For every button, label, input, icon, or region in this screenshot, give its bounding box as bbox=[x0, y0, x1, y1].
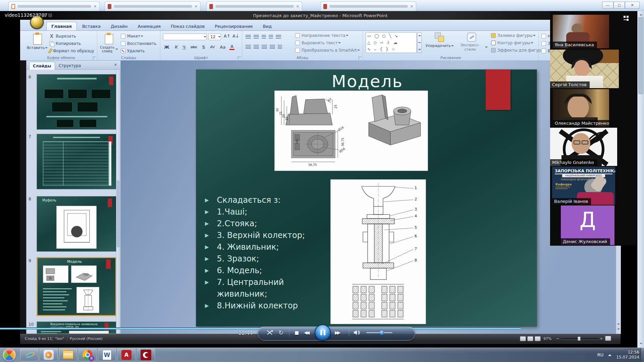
align-right-icon[interactable] bbox=[262, 45, 267, 49]
language-indicator[interactable]: Русский (Россия) bbox=[70, 337, 103, 341]
fit-to-window-button[interactable] bbox=[605, 336, 611, 341]
line-spacing-icon[interactable] bbox=[276, 35, 281, 39]
align-center-icon[interactable] bbox=[254, 45, 259, 49]
font-dialog-launcher[interactable] bbox=[238, 57, 241, 60]
scrollbar-up-icon[interactable] bbox=[640, 13, 642, 15]
smartart-button[interactable]: Преобразовать в SmartArt bbox=[295, 47, 360, 54]
strikethrough-button[interactable]: abc bbox=[190, 45, 198, 49]
zoom-slider-thumb[interactable] bbox=[578, 337, 581, 341]
clipboard-dialog-launcher[interactable] bbox=[93, 57, 96, 60]
change-case-button[interactable]: Aa bbox=[219, 45, 226, 50]
browser-tab-2[interactable]: ✕ bbox=[105, 1, 201, 11]
start-button[interactable] bbox=[3, 348, 16, 361]
model-drawing-image[interactable]: 30 21 20 10 R2 25 Ø16 Ø26 36,75 56,75 AB… bbox=[274, 90, 428, 171]
text-shadow-button[interactable]: S bbox=[201, 45, 206, 50]
rewind-button[interactable]: ◀◀ bbox=[304, 325, 309, 340]
text-direction-button[interactable]: Направление текста bbox=[295, 32, 348, 39]
zoom-out-button[interactable]: − bbox=[556, 337, 559, 341]
italic-button[interactable]: К bbox=[173, 45, 178, 50]
pane-close-icon[interactable]: ✕ bbox=[114, 63, 117, 67]
zoom-in-button[interactable]: + bbox=[600, 337, 603, 341]
paste-button[interactable]: Вставить bbox=[28, 33, 47, 50]
participant-video-4[interactable]: Mikhaylo Gnatenko bbox=[550, 128, 617, 166]
ribbon-tab-review[interactable]: Рецензирование bbox=[210, 22, 257, 31]
show-desktop-button[interactable] bbox=[641, 348, 644, 362]
ribbon-tab-slideshow[interactable]: Показ слайдов bbox=[166, 22, 209, 31]
delete-slide-button[interactable]: Удалить bbox=[121, 48, 145, 54]
taskbar-chrome[interactable]: Я bbox=[78, 348, 97, 361]
character-spacing-button[interactable]: AV bbox=[209, 45, 216, 49]
theme-name[interactable]: "Іон" bbox=[55, 337, 64, 341]
shapes-row[interactable]: ∿ ⌣ { } ☆ bbox=[367, 46, 415, 53]
slide-thumbnail-7[interactable] bbox=[37, 134, 116, 189]
browser-scrollbar-thumb[interactable] bbox=[638, 17, 643, 94]
taskbar-media-player[interactable]: ▶ bbox=[40, 348, 58, 361]
shapes-gallery-scrollbar[interactable] bbox=[417, 32, 422, 53]
browser-tab-4[interactable]: ✕ bbox=[320, 1, 416, 11]
align-text-button[interactable]: Выровнять текст bbox=[295, 40, 341, 46]
participant-video-6[interactable]: Д Денис Жулковский bbox=[561, 205, 614, 245]
reset-button[interactable]: Восстановить bbox=[121, 40, 156, 47]
tab-close-icon[interactable]: ✕ bbox=[94, 4, 97, 9]
redo-icon[interactable] bbox=[48, 13, 52, 17]
window-minimize-button[interactable]: — bbox=[602, 2, 613, 9]
scrollbar-down-icon[interactable] bbox=[640, 343, 642, 346]
grow-font-button[interactable]: A↑ bbox=[223, 34, 231, 39]
slide-thumbnail-9-selected[interactable]: Модель bbox=[37, 257, 116, 316]
ribbon-tab-home[interactable]: Главная bbox=[46, 22, 77, 31]
bullets-icon[interactable] bbox=[246, 35, 251, 39]
quick-styles-button[interactable]: Экспресс-стили bbox=[455, 33, 488, 52]
shape-outline-button[interactable]: Контур фигуры bbox=[491, 40, 533, 46]
font-color-button[interactable]: А bbox=[229, 44, 234, 50]
columns-icon[interactable] bbox=[278, 45, 282, 49]
tab-close-icon[interactable]: ✕ bbox=[195, 4, 198, 9]
font-size-combo[interactable]: 12 bbox=[208, 34, 221, 40]
video-player-viewport[interactable]: video1132623707 Презентація до захисту_М… bbox=[0, 11, 644, 348]
underline-button[interactable]: Ч bbox=[181, 45, 186, 50]
shape-effects-button[interactable]: Эффекты для фигур bbox=[491, 47, 544, 54]
layout-button[interactable]: Макет bbox=[121, 33, 143, 40]
ribbon-tab-view[interactable]: Вид bbox=[258, 22, 276, 31]
repeat-button[interactable]: ↻ bbox=[278, 325, 283, 340]
taskbar-word[interactable]: W bbox=[98, 348, 116, 361]
taskbar-red-app[interactable] bbox=[137, 348, 155, 361]
taskbar-internet-explorer[interactable]: e bbox=[20, 348, 38, 361]
gallery-more-icon[interactable] bbox=[418, 42, 421, 43]
align-left-icon[interactable] bbox=[246, 45, 251, 49]
slide-thumbnail-6[interactable] bbox=[37, 74, 116, 130]
pane-scrollbar[interactable] bbox=[116, 70, 120, 334]
ribbon-tab-design[interactable]: Дизайн bbox=[106, 22, 132, 31]
scroll-up-icon[interactable] bbox=[418, 34, 421, 36]
pane-tab-slides[interactable]: Слайды bbox=[29, 62, 55, 70]
volume-slider[interactable] bbox=[366, 332, 392, 333]
increase-indent-icon[interactable] bbox=[269, 35, 273, 39]
paragraph-dialog-launcher[interactable] bbox=[359, 57, 362, 60]
cut-button[interactable]: Вырезать bbox=[49, 33, 76, 40]
shape-fill-button[interactable]: Заливка фигуры bbox=[491, 32, 536, 39]
justify-icon[interactable] bbox=[270, 45, 275, 49]
gallery-view-icon[interactable] bbox=[624, 16, 632, 21]
shapes-row[interactable]: ▭ ◯ ◻ ╲ ↘ bbox=[367, 33, 415, 39]
window-close-button[interactable]: ✕ bbox=[625, 2, 640, 9]
volume-button[interactable] bbox=[354, 325, 360, 340]
fast-forward-button[interactable]: ▶▶ bbox=[335, 325, 339, 340]
volume-knob[interactable] bbox=[380, 330, 384, 335]
shapes-gallery[interactable]: ▭ ◯ ◻ ╲ ↘ △ ◇ ⇨ ⇩ ☁ ∿ ⌣ { } ☆ bbox=[366, 32, 417, 53]
stop-button[interactable]: ■ bbox=[294, 325, 299, 340]
copy-button[interactable]: Копировать bbox=[49, 40, 81, 47]
pane-tab-outline[interactable]: Структура bbox=[55, 62, 84, 70]
browser-scrollbar[interactable] bbox=[637, 11, 644, 348]
participant-video-3[interactable]: Олександр Майстренко bbox=[553, 89, 609, 127]
slide-bullet-list[interactable]: ▶Складається з: ▶1.Чаші; ▶2.Стояка; ▶3. … bbox=[205, 194, 316, 312]
new-slide-button[interactable]: Создать слайд bbox=[99, 33, 118, 53]
slideshow-view-button[interactable] bbox=[535, 336, 541, 341]
tray-clock[interactable]: 12:56 15.07.2024 bbox=[616, 350, 639, 360]
window-maximize-button[interactable]: ◻ bbox=[613, 2, 625, 9]
tab-close-icon[interactable]: ✕ bbox=[296, 4, 299, 9]
tray-expand-icon[interactable] bbox=[608, 353, 611, 356]
browser-tab-1[interactable]: ✕ bbox=[8, 1, 100, 11]
participant-video-2[interactable]: Сергій Толстов bbox=[550, 50, 619, 88]
arrange-button[interactable]: Упорядочить bbox=[425, 33, 454, 48]
pane-scrollbar-thumb[interactable] bbox=[117, 180, 120, 247]
taskbar-acrobat[interactable]: A bbox=[117, 348, 136, 361]
